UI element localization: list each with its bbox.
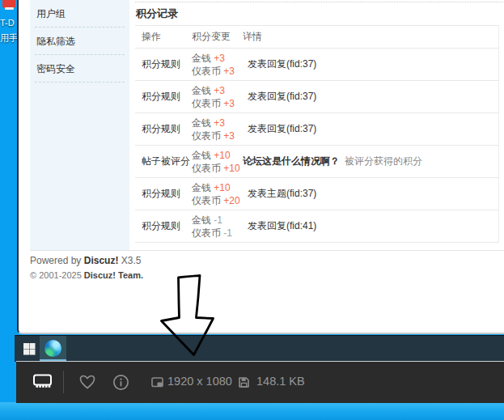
panel-bottom-divider (30, 250, 504, 251)
cell-action: 积分规则 (135, 81, 192, 113)
image-dimensions-icon (151, 377, 164, 388)
cell-action: 积分规则 (135, 178, 192, 210)
col-header-detail: 详情 (243, 26, 499, 49)
heart-icon[interactable] (79, 375, 95, 390)
table-row: 帖子被评分 金钱 +10 仪表币 +10 论坛这是什么情况啊？被评分获得的积分 (135, 146, 499, 178)
discuz-brand-link[interactable]: Discuz! (84, 255, 119, 266)
screen: { "desktop": { "wallpaper_color": "#0aa0… (0, 0, 504, 420)
file-size-label: 148.1 KB (256, 375, 305, 388)
table-row: 积分规则 金钱 +3 仪表币 +3 发表回复(fid:37) (135, 113, 499, 146)
cell-credit-change: 金钱 +3 仪表币 +3 (192, 81, 243, 113)
screenshot-toolbar: 1920 x 1080 148.1 KB (16, 361, 504, 403)
col-header-change: 积分变更 (192, 26, 243, 49)
windows-logo-icon (23, 343, 29, 349)
cell-action: 帖子被评分 (135, 146, 192, 178)
start-button[interactable] (15, 336, 39, 362)
taskbar-edge-button[interactable] (40, 336, 66, 362)
desktop-app-icon[interactable] (2, 0, 15, 8)
cell-credit-change: 金钱 +3 仪表币 +3 (192, 49, 243, 81)
cell-action: 积分规则 (135, 113, 192, 146)
credit-log-panel: 积分记录 操作 积分变更 详情 积分规则 金钱 +3 仪表币 +3 发表回复(f… (135, 0, 499, 243)
touch-keyboard-icon[interactable] (32, 374, 53, 391)
table-row: 积分规则 金钱 +3 仪表币 +3 发表回复(fid:37) (135, 49, 499, 81)
edge-icon (44, 340, 61, 357)
table-row: 积分规则 金钱 +3 仪表币 +3 发表回复(fid:37) (135, 81, 499, 113)
taskbar (15, 335, 504, 362)
cell-action: 积分规则 (135, 210, 192, 243)
top-dotted-divider (135, 2, 504, 2)
sidebar-item-password-security[interactable]: 密码安全 (35, 55, 125, 83)
cell-detail: 发表回复(fid:41) (243, 210, 499, 243)
sidebar-item-privacy[interactable]: 隐私筛选 (35, 28, 125, 55)
image-dimensions-label: 1920 x 1080 (167, 375, 232, 388)
desktop-app-icon-bar (5, 7, 14, 10)
sidebar-item-usergroup[interactable]: 用户组 (35, 0, 125, 28)
table-row: 积分规则 金钱 +10 仪表币 +20 发表主题(fid:37) (135, 178, 499, 210)
powered-by-line: Powered by Discuz! X3.5 (30, 255, 143, 267)
cell-credit-change: 金钱 +10 仪表币 +10 (192, 146, 243, 178)
desktop-wallpaper-bottom (0, 402, 504, 420)
cell-credit-change: 金钱 +10 仪表币 +20 (192, 178, 243, 210)
cell-action: 积分规则 (135, 49, 192, 81)
cell-credit-change: 金钱 +3 仪表币 +3 (192, 113, 243, 146)
copyright-years: © 2001-2025 (30, 270, 82, 280)
cell-detail: 发表回复(fid:37) (243, 49, 499, 81)
cell-credit-change: 金钱 -1 仪表币 -1 (192, 210, 243, 243)
credit-log-table: 操作 积分变更 详情 积分规则 金钱 +3 仪表币 +3 发表回复(fid:37… (135, 25, 499, 243)
cell-detail: 论坛这是什么情况啊？被评分获得的积分 (243, 146, 499, 178)
table-row: 积分规则 金钱 -1 仪表币 -1 发表回复(fid:41) (135, 210, 499, 243)
browser-window: 用户组 隐私筛选 密码安全 积分记录 操作 积分变更 详情 积分规则 金钱 +3 (17, 0, 504, 334)
copyright-line: © 2001-2025 Discuz! Team. (30, 269, 143, 281)
cell-detail: 发表回复(fid:37) (243, 81, 499, 113)
table-header-row: 操作 积分变更 详情 (135, 26, 499, 49)
save-floppy-icon (238, 376, 250, 388)
cell-detail: 发表主题(fid:37) (243, 178, 499, 210)
info-icon[interactable] (112, 374, 129, 391)
ucp-sidebar: 用户组 隐私筛选 密码安全 (30, 0, 129, 250)
copyright-brand: Discuz! Team. (84, 270, 143, 280)
col-header-action: 操作 (135, 26, 192, 49)
discuz-version: X3.5 (121, 255, 142, 266)
cell-detail: 发表回复(fid:37) (243, 113, 499, 146)
desktop-icon-label-1: T-D (0, 18, 15, 28)
page-title: 积分记录 (136, 7, 499, 20)
site-footer: Powered by Discuz! X3.5 © 2001-2025 Disc… (30, 255, 143, 281)
powered-by-text: Powered by (30, 255, 81, 266)
toolbar-separator (63, 371, 64, 393)
